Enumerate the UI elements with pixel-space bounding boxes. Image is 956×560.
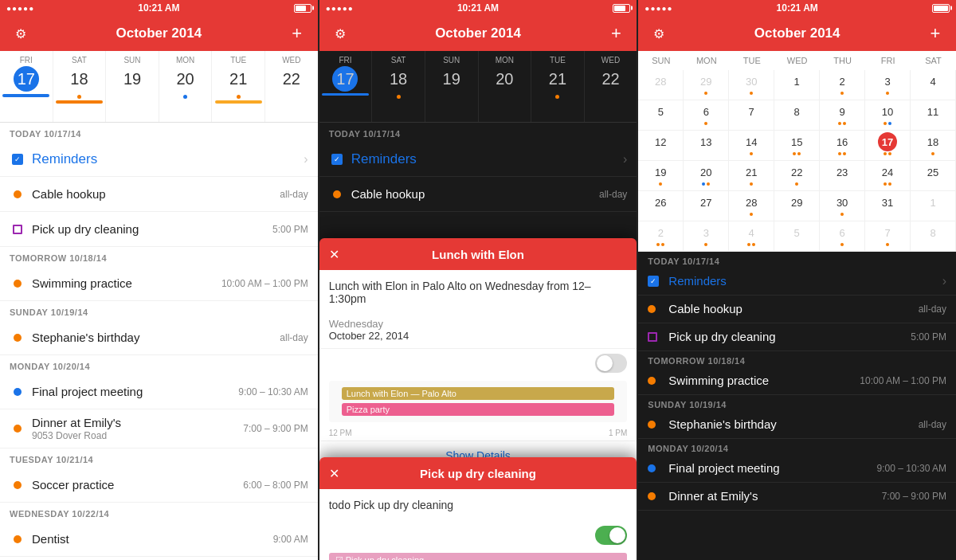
cal-day-fri-2[interactable]: FRI 17: [319, 51, 373, 122]
month-cell[interactable]: 28: [729, 191, 774, 221]
event-soccer[interactable]: Soccer practice 6:00 – 8:00 PM: [0, 468, 318, 503]
event-cable-3[interactable]: Cable hookup all-day: [638, 296, 956, 323]
month-cell[interactable]: 27: [684, 191, 729, 221]
lunch-card-title: Lunch with Elon: [432, 248, 524, 261]
month-cell[interactable]: 11: [911, 100, 956, 131]
month-grid-cells: 2829301234567891011121314151617181920212…: [638, 70, 956, 252]
cal-day-sat-2[interactable]: SAT 18: [372, 51, 425, 122]
month-cell[interactable]: 30: [820, 191, 865, 221]
event-drycleaning[interactable]: Pick up dry cleaning 5:00 PM: [0, 212, 318, 247]
phone-1: ●●●●● 10:21 AM ⚙ October 2014 + FRI 17 S…: [0, 0, 318, 560]
month-cell[interactable]: 4: [911, 70, 956, 100]
all-day-toggle[interactable]: [595, 354, 627, 373]
event-swimming[interactable]: Swimming practice 10:00 AM – 1:00 PM: [0, 266, 318, 301]
month-cell[interactable]: 9: [820, 100, 865, 131]
add-icon-2[interactable]: +: [605, 22, 627, 45]
lunch-toggle-row: [319, 348, 637, 378]
month-cell[interactable]: 7: [865, 221, 911, 252]
month-cell[interactable]: 31: [865, 191, 911, 221]
month-cell[interactable]: 23: [820, 161, 865, 191]
month-cell[interactable]: 21: [729, 161, 774, 191]
mini-cal: Lunch with Elon — Palo Alto Pizza party: [329, 381, 628, 422]
month-cell[interactable]: 28: [638, 70, 684, 100]
event-title: Dinner at Emily's: [668, 489, 758, 503]
month-cell[interactable]: 4: [729, 221, 774, 252]
month-cell[interactable]: 3: [865, 70, 911, 100]
month-cell[interactable]: 12: [638, 131, 684, 161]
month-cell[interactable]: 8: [774, 100, 820, 131]
day-name: FRI: [20, 56, 33, 65]
reminders-row-2[interactable]: Reminders ›: [319, 142, 637, 177]
drycleaning-card: ✕ Pick up dry cleaning todo Pick up dry …: [319, 457, 637, 560]
month-cell[interactable]: 1: [774, 70, 820, 100]
month-cell[interactable]: 16: [820, 131, 865, 161]
lunch-close-icon[interactable]: ✕: [329, 247, 339, 262]
month-cell[interactable]: 7: [729, 100, 774, 131]
event-meeting-3[interactable]: Final project meeting 9:00 – 10:30 AM: [638, 455, 956, 483]
day-num: 20: [492, 66, 517, 92]
month-cell[interactable]: 25: [911, 161, 956, 191]
drycleaning-close-icon[interactable]: ✕: [329, 466, 339, 481]
month-cell[interactable]: 5: [774, 221, 820, 252]
completed-toggle[interactable]: [595, 526, 627, 545]
cal-day-tue-2[interactable]: TUE 21: [531, 51, 585, 122]
cal-day-fri[interactable]: FRI 17: [0, 51, 53, 122]
day-num: 20: [173, 66, 198, 92]
month-cell[interactable]: 18: [911, 131, 956, 161]
month-cell[interactable]: 30: [729, 70, 774, 100]
month-cell[interactable]: 19: [638, 161, 684, 191]
event-birthday-3[interactable]: Stephanie's birthday all-day: [638, 411, 956, 439]
month-cell[interactable]: 15: [774, 131, 820, 161]
month-cell[interactable]: 20: [684, 161, 729, 191]
header-title-3: October 2014: [754, 25, 840, 41]
event-drycleaning-3[interactable]: Pick up dry cleaning 5:00 PM: [638, 323, 956, 351]
month-cell[interactable]: 29: [684, 70, 729, 100]
add-icon-3[interactable]: +: [924, 22, 946, 45]
event-meeting[interactable]: Final project meeting 9:00 – 10:30 AM: [0, 374, 318, 409]
cal-day-wed[interactable]: WED 22: [265, 51, 318, 122]
event-cable-2[interactable]: Cable hookup all-day: [319, 177, 637, 212]
month-cell[interactable]: 6: [684, 100, 729, 131]
event-dinner[interactable]: Dinner at Emily's 9053 Dover Road 7:00 –…: [0, 409, 318, 448]
cal-day-tue[interactable]: TUE 21: [212, 51, 265, 122]
month-cell[interactable]: 3: [684, 221, 729, 252]
month-cell[interactable]: 1: [911, 191, 956, 221]
event-birthday[interactable]: Stephanie's birthday all-day: [0, 320, 318, 355]
event-cable[interactable]: Cable hookup all-day: [0, 177, 318, 212]
month-cell[interactable]: 6: [820, 221, 865, 252]
cal-day-wed-2[interactable]: WED 22: [585, 51, 637, 122]
header-title-2: October 2014: [435, 25, 521, 41]
events-list-1: TODAY 10/17/14 Reminders › Cable hookup …: [0, 123, 318, 560]
month-cell[interactable]: 29: [774, 191, 820, 221]
month-cell[interactable]: 22: [774, 161, 820, 191]
month-cell[interactable]: 17: [865, 131, 911, 161]
gear-icon-2[interactable]: ⚙: [329, 22, 351, 45]
add-icon-1[interactable]: +: [286, 22, 308, 45]
event-swimming-3[interactable]: Swimming practice 10:00 AM – 1:00 PM: [638, 367, 956, 395]
reminders-row-1[interactable]: Reminders ›: [0, 142, 318, 177]
cal-day-mon[interactable]: MON 20: [159, 51, 213, 122]
month-cell[interactable]: 14: [729, 131, 774, 161]
cal-day-mon-2[interactable]: MON 20: [479, 51, 532, 122]
month-cell[interactable]: 26: [638, 191, 684, 221]
base-events-2: TODAY 10/17/14 Reminders › Cable hookup …: [319, 123, 637, 212]
month-cell[interactable]: 2: [638, 221, 684, 252]
event-dentist[interactable]: Dentist 9:00 AM: [0, 522, 318, 557]
cal-day-sat[interactable]: SAT 18: [53, 51, 107, 122]
event-time: all-day: [280, 332, 308, 343]
month-cell[interactable]: 24: [865, 161, 911, 191]
month-cell[interactable]: 2: [820, 70, 865, 100]
day-num: 18: [66, 66, 92, 92]
section-monday: MONDAY 10/20/14: [0, 355, 318, 374]
month-cell[interactable]: 8: [911, 221, 956, 252]
reminders-row-3[interactable]: Reminders ›: [638, 268, 956, 296]
cal-day-sun[interactable]: SUN 19: [106, 51, 159, 122]
event-title: Final project meeting: [32, 385, 143, 398]
gear-icon-3[interactable]: ⚙: [648, 22, 670, 45]
month-cell[interactable]: 10: [865, 100, 911, 131]
gear-icon-1[interactable]: ⚙: [10, 22, 32, 45]
month-cell[interactable]: 5: [638, 100, 684, 131]
cal-day-sun-2[interactable]: SUN 19: [425, 51, 479, 122]
month-cell[interactable]: 13: [684, 131, 729, 161]
event-dinner-3[interactable]: Dinner at Emily's 7:00 – 9:00 PM: [638, 483, 956, 511]
